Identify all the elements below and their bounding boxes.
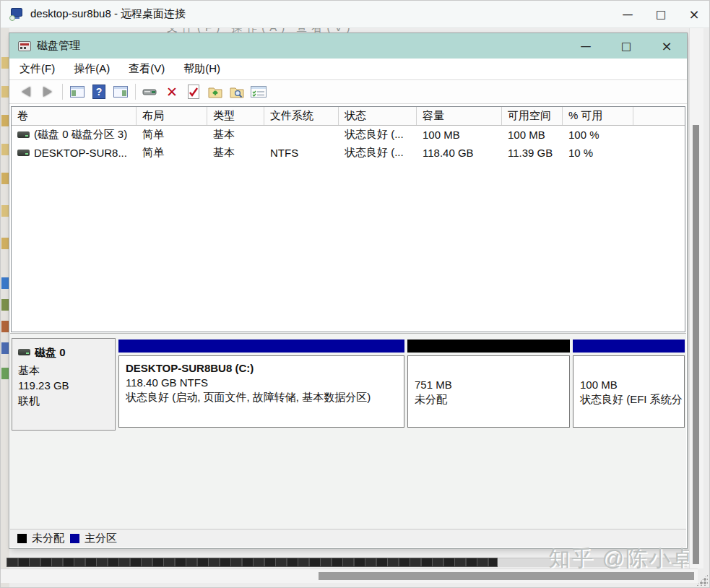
disk0-status: 联机: [18, 393, 109, 408]
svg-text:?: ?: [96, 86, 103, 98]
menu-bar: 文件(F) 操作(A) 查看(V) 帮助(H): [9, 59, 687, 80]
col-layout[interactable]: 布局: [137, 107, 207, 125]
dm-close-button[interactable]: ×: [646, 33, 687, 59]
disk0-name: 磁盘 0: [35, 345, 66, 360]
partition-efi[interactable]: 100 MB 状态良好 (EFI 系统分: [573, 340, 685, 431]
volume-list: 卷 布局 类型 文件系统 状态 容量 可用空间 % 可用 (磁盘 0 磁盘分区 …: [11, 106, 685, 332]
delete-volume-icon[interactable]: ✕: [161, 82, 183, 101]
rdp-viewport: 文件(F) 操作(A) 查看(V) n 磁盘管理 — □ × 文件(F) 操作(…: [1, 28, 710, 588]
dm-maximize-button[interactable]: □: [606, 33, 646, 59]
volume-row-partition3[interactable]: (磁盘 0 磁盘分区 3) 简单 基本 状态良好 (... 100 MB 100…: [12, 126, 685, 144]
partition-unallocated-size: 751 MB: [415, 378, 569, 392]
remote-taskbar-sliver: [7, 558, 498, 567]
properties-check-icon[interactable]: [183, 82, 204, 101]
dm-minimize-button[interactable]: —: [566, 33, 606, 59]
col-filesystem[interactable]: 文件系统: [264, 107, 339, 125]
menu-file[interactable]: 文件(F): [20, 62, 55, 76]
desktop-edge-strip: [1, 28, 9, 588]
volume-icon: [17, 150, 30, 156]
console-tree-icon[interactable]: [66, 82, 88, 101]
legend-swatch-primary: [70, 534, 79, 543]
col-capacity[interactable]: 容量: [417, 107, 502, 125]
disk-management-app-icon: [18, 41, 31, 51]
rdp-app-icon: [9, 8, 24, 21]
volume-icon: [17, 131, 30, 138]
partition-c-size: 118.40 GB NTFS: [126, 376, 404, 390]
partition-unallocated-status: 未分配: [415, 392, 569, 407]
volume-row-c-drive[interactable]: DESKTOP-SUR8... 简单 基本 NTFS 状态良好 (... 118…: [12, 144, 685, 162]
col-empty[interactable]: [633, 107, 685, 125]
col-volume[interactable]: 卷: [12, 107, 137, 125]
horizontal-scrollbar-thumb[interactable]: [319, 572, 694, 580]
rdp-window: desktop-sur8bu8 - 远程桌面连接 — □ × 文件(F) 操作(…: [0, 0, 710, 588]
rdp-window-title: desktop-sur8bu8 - 远程桌面连接: [30, 7, 186, 21]
partition-c-header: [118, 340, 404, 353]
back-icon[interactable]: [15, 82, 37, 101]
disk-management-titlebar[interactable]: 磁盘管理 — □ ×: [9, 33, 687, 59]
export-folder-icon[interactable]: [204, 82, 226, 101]
col-free-space[interactable]: 可用空间: [502, 107, 563, 125]
partition-c[interactable]: DESKTOP-SUR8BU8 (C:) 118.40 GB NTFS 状态良好…: [118, 340, 404, 431]
partition-c-status: 状态良好 (启动, 页面文件, 故障转储, 基本数据分区): [126, 390, 404, 405]
legend-swatch-unallocated: [17, 534, 27, 543]
resize-grip[interactable]: [696, 574, 708, 586]
disk-management-title: 磁盘管理: [37, 39, 80, 53]
help-icon[interactable]: ?: [88, 82, 110, 101]
partition-efi-header: [573, 340, 685, 353]
disk0-row: 磁盘 0 基本 119.23 GB 联机 DESKTOP-SUR8BU8 (C:…: [10, 337, 686, 431]
partition-efi-status: 状态良好 (EFI 系统分: [580, 392, 684, 407]
partition-unallocated-header: [407, 340, 570, 353]
rdp-close-button[interactable]: ×: [677, 1, 710, 27]
partition-efi-size: 100 MB: [580, 378, 684, 392]
disk-view-icon[interactable]: [139, 82, 161, 101]
forward-icon[interactable]: [37, 82, 59, 101]
col-type[interactable]: 类型: [207, 107, 264, 125]
col-status[interactable]: 状态: [339, 107, 417, 125]
legend-unallocated: 未分配: [17, 532, 64, 545]
graphical-view: 磁盘 0 基本 119.23 GB 联机 DESKTOP-SUR8BU8 (C:…: [10, 333, 686, 548]
action-pane-icon[interactable]: [110, 82, 131, 101]
menu-help[interactable]: 帮助(H): [183, 62, 220, 76]
vertical-scrollbar[interactable]: [689, 28, 703, 568]
rdp-maximize-button[interactable]: □: [644, 1, 677, 27]
toolbar: ? ✕: [9, 80, 687, 104]
disk0-size: 119.23 GB: [18, 378, 109, 393]
rdp-titlebar[interactable]: desktop-sur8bu8 - 远程桌面连接 — □ ×: [1, 1, 710, 28]
legend-primary-partition: 主分区: [70, 532, 117, 545]
toolbar-separator: [62, 84, 63, 100]
volume-table-header: 卷 布局 类型 文件系统 状态 容量 可用空间 % 可用: [12, 107, 685, 126]
rdp-minimize-button[interactable]: —: [611, 1, 644, 27]
background-window-menu: 文件(F) 操作(A) 查看(V): [167, 28, 355, 33]
menu-view[interactable]: 查看(V): [129, 62, 165, 76]
disk0-type: 基本: [18, 363, 109, 378]
partition-unallocated[interactable]: 751 MB 未分配: [407, 340, 570, 431]
horizontal-scrollbar[interactable]: [1, 568, 698, 583]
task-list-icon[interactable]: [248, 82, 269, 101]
disk-management-window: 磁盘管理 — □ × 文件(F) 操作(A) 查看(V) 帮助(H): [9, 33, 687, 548]
vertical-scrollbar-thumb[interactable]: [693, 125, 699, 564]
col-pct-free[interactable]: % 可用: [563, 107, 633, 125]
search-folder-icon[interactable]: [226, 82, 248, 101]
disk-icon: [18, 349, 30, 355]
menu-action[interactable]: 操作(A): [74, 62, 110, 76]
toolbar-separator: [135, 84, 136, 100]
disk0-label-panel[interactable]: 磁盘 0 基本 119.23 GB 联机: [12, 338, 116, 431]
partition-c-title: DESKTOP-SUR8BU8 (C:): [126, 361, 404, 376]
